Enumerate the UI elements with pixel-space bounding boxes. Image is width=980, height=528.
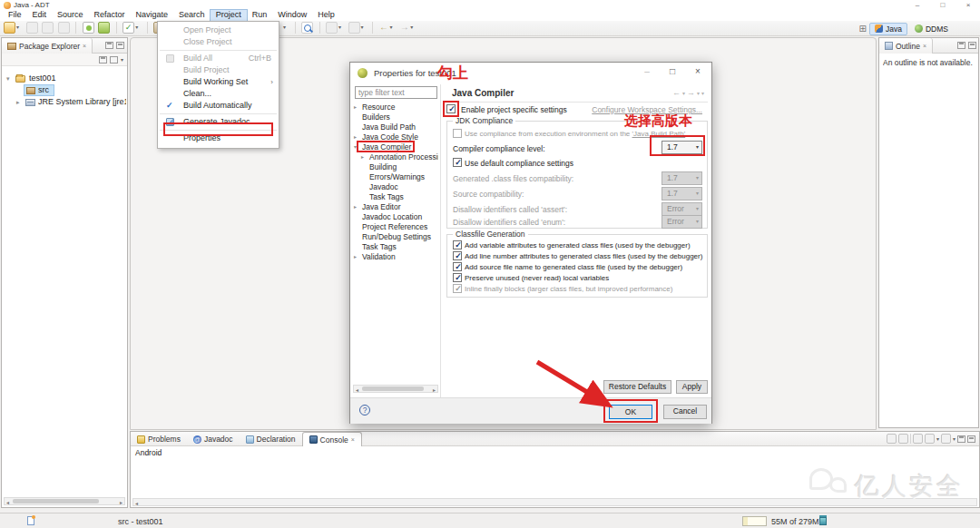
tree-task-tags[interactable]: Task Tags: [353, 192, 438, 202]
console-close-icon[interactable]: [351, 436, 355, 443]
perspective-java-button[interactable]: Java: [869, 23, 907, 35]
dialog-close-button[interactable]: [685, 63, 710, 81]
view-minimize-button[interactable]: [105, 42, 113, 49]
menu-item-project[interactable]: Project: [211, 10, 247, 21]
menu-build-working-set[interactable]: Build Working Set: [158, 76, 279, 88]
outline-tab[interactable]: Outline: [879, 38, 933, 54]
scrollbar-thumb[interactable]: [13, 499, 99, 504]
forward-nav-dropdown-icon[interactable]: [410, 21, 416, 34]
tab-declaration[interactable]: Declaration: [240, 432, 302, 446]
window-maximize-button[interactable]: [931, 0, 955, 10]
garbage-collect-button[interactable]: [819, 517, 827, 525]
add-line-number-checkbox[interactable]: [453, 251, 462, 260]
tree-annotation-processing[interactable]: Annotation Processin: [353, 152, 438, 162]
perspective-ddms-button[interactable]: DDMS: [910, 23, 953, 35]
collapsed-arrow-icon[interactable]: [16, 96, 20, 108]
tab-javadoc[interactable]: Javadoc: [187, 432, 240, 446]
menu-item-source[interactable]: Source: [52, 10, 89, 21]
console-maximize-button[interactable]: [967, 435, 975, 443]
tree-run-debug-settings[interactable]: Run/Debug Settings: [353, 232, 438, 242]
debug-config-button[interactable]: [122, 22, 134, 34]
statusbar-view-icon[interactable]: [27, 516, 34, 525]
menu-build-all[interactable]: Build All Ctrl+B: [158, 53, 279, 64]
menu-item-help[interactable]: Help: [312, 10, 340, 21]
filter-input[interactable]: type filter text: [355, 86, 437, 99]
add-source-file-checkbox[interactable]: [453, 262, 462, 271]
open-console-button[interactable]: [941, 434, 951, 444]
tab-problems[interactable]: Problems: [131, 432, 187, 446]
tree-project-references[interactable]: Project References: [353, 222, 438, 232]
view-menu-icon[interactable]: [121, 56, 123, 63]
scroll-left-icon[interactable]: [6, 499, 9, 505]
menu-build-automatically[interactable]: Build Automatically: [158, 100, 279, 112]
debug-config-dropdown-icon[interactable]: [135, 21, 142, 34]
menu-item-run[interactable]: Run: [247, 10, 273, 21]
cancel-button[interactable]: Cancel: [663, 405, 707, 419]
menu-close-project[interactable]: Close Project: [158, 36, 279, 48]
new-wizard-button[interactable]: [4, 22, 15, 34]
tree-java-editor[interactable]: Java Editor: [353, 202, 438, 212]
console-scroll-left-icon[interactable]: [135, 500, 138, 506]
avd-manager-button[interactable]: [98, 22, 110, 34]
window-close-button[interactable]: [956, 0, 980, 10]
forward-nav-button[interactable]: [398, 21, 410, 34]
tree-building[interactable]: Building: [353, 162, 438, 172]
run-external-tools-dropdown-icon[interactable]: [338, 21, 345, 34]
new-wizard-dropdown-icon[interactable]: [16, 21, 23, 34]
scroll-right-icon[interactable]: [120, 499, 122, 505]
open-perspective-button[interactable]: [859, 23, 867, 35]
open-console-dropdown-icon[interactable]: [953, 435, 956, 442]
tree-item-project[interactable]: test001: [2, 73, 126, 84]
package-explorer-hscrollbar[interactable]: [4, 497, 125, 505]
outline-minimize-button[interactable]: [957, 42, 965, 49]
tree-validation[interactable]: Validation: [353, 252, 438, 262]
tree-javadoc-location[interactable]: Javadoc Location: [353, 212, 438, 222]
panel-menu-icon[interactable]: [701, 90, 704, 96]
run-history-dropdown-icon[interactable]: [361, 21, 368, 34]
help-button[interactable]: [359, 405, 370, 416]
dialog-minimize-button[interactable]: [634, 63, 660, 81]
search-button[interactable]: [301, 22, 313, 34]
package-explorer-close-icon[interactable]: [83, 43, 86, 49]
save-all-button[interactable]: [42, 22, 54, 34]
console-minimize-button[interactable]: [957, 435, 965, 443]
outline-maximize-button[interactable]: [968, 42, 976, 49]
link-with-editor-button[interactable]: [110, 56, 118, 64]
view-maximize-button[interactable]: [116, 42, 124, 49]
tree-task-tags-2[interactable]: Task Tags: [353, 242, 438, 252]
add-variable-attrs-checkbox[interactable]: [453, 240, 462, 249]
menu-item-window[interactable]: Window: [272, 10, 312, 21]
dialog-maximize-button[interactable]: [660, 63, 685, 81]
apply-button[interactable]: Apply: [676, 380, 708, 394]
menu-build-project[interactable]: Build Project: [158, 64, 279, 76]
tree-java-build-path[interactable]: Java Build Path: [353, 122, 438, 132]
display-console-button[interactable]: [925, 434, 935, 444]
clear-console-button[interactable]: [887, 434, 897, 444]
tree-javadoc[interactable]: Javadoc: [353, 182, 438, 192]
toolbar-dropdown-icon[interactable]: [283, 21, 289, 34]
print-button[interactable]: [58, 22, 70, 34]
nav-back-dropdown-icon[interactable]: [682, 90, 685, 96]
menu-item-refactor[interactable]: Refactor: [89, 10, 131, 21]
dialog-tree-hscrollbar[interactable]: [353, 385, 438, 393]
run-external-tools-button[interactable]: [326, 22, 338, 34]
nav-back-icon[interactable]: [672, 88, 681, 97]
android-sdk-manager-button[interactable]: [83, 22, 94, 34]
nav-forward-icon[interactable]: [687, 88, 695, 97]
menu-item-file[interactable]: File: [3, 10, 27, 21]
menu-item-navigate[interactable]: Navigate: [131, 10, 174, 21]
tree-resource[interactable]: Resource: [353, 103, 438, 112]
package-explorer-tab[interactable]: Package Explorer: [2, 38, 93, 54]
collapse-all-button[interactable]: [99, 56, 107, 64]
run-history-button[interactable]: [348, 22, 360, 34]
back-nav-dropdown-icon[interactable]: [390, 21, 397, 34]
nav-forward-dropdown-icon[interactable]: [697, 90, 700, 96]
menu-item-search[interactable]: Search: [173, 10, 211, 21]
tree-builders[interactable]: Builders: [353, 112, 438, 122]
outline-close-icon[interactable]: [923, 43, 926, 49]
preserve-unused-checkbox[interactable]: [453, 273, 462, 282]
tree-item-jre[interactable]: JRE System Library [jre1.8.0_11: [2, 96, 126, 108]
save-button[interactable]: [26, 22, 38, 34]
tab-console[interactable]: Console: [302, 432, 362, 446]
window-minimize-button[interactable]: [906, 0, 929, 10]
